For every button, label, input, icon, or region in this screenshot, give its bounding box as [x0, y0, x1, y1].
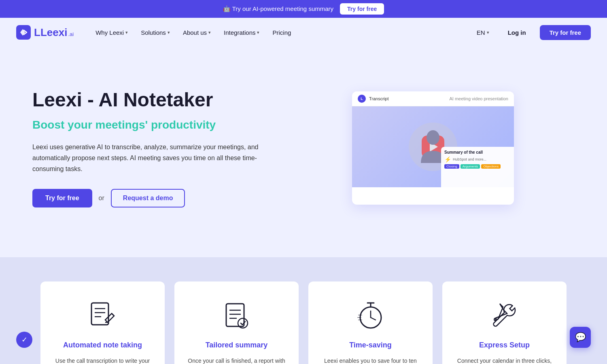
video-logo-icon: L — [358, 95, 366, 103]
hero-section: Leexi - AI Notetaker Boost your meetings… — [0, 47, 607, 257]
top-banner: 🤖 Try our AI-powered meeting summary Try… — [0, 0, 607, 18]
cta-or-text: or — [99, 195, 104, 202]
feature-icon-time — [352, 298, 389, 334]
video-title-text: AI meeting video presentation — [449, 96, 508, 101]
tag-closing: Closing — [444, 164, 459, 169]
banner-text: 🤖 Try our AI-powered meeting summary — [223, 5, 333, 13]
svg-rect-7 — [226, 304, 244, 326]
overlay-tag-list: Closing Arguments Objections — [444, 164, 511, 169]
banner-try-button[interactable]: Try for free — [340, 3, 384, 15]
feature-desc-time: Leexi enables you to save four to ten ho… — [320, 356, 421, 364]
feature-title-note: Automated note taking — [63, 341, 142, 350]
feature-desc-note: Use the call transcription to write your… — [52, 356, 153, 364]
note-icon — [87, 300, 119, 332]
tag-arguments: Arguments — [461, 164, 480, 169]
feature-card-time: Time-saving Leexi enables you to save fo… — [308, 281, 433, 364]
clock-icon — [354, 300, 387, 332]
video-label: Transcript — [369, 96, 389, 101]
svg-point-1 — [427, 130, 439, 145]
try-free-button[interactable]: Try for free — [540, 25, 591, 40]
chevron-down-icon: ▾ — [487, 30, 489, 35]
feature-desc-summary: Once your call is finished, a report wit… — [186, 356, 287, 364]
chevron-down-icon: ▾ — [208, 30, 211, 35]
feature-card-automated-note: Automated note taking Use the call trans… — [40, 281, 165, 364]
logo-link[interactable]: LLeexi.ai — [16, 25, 74, 40]
feature-icon-setup — [486, 298, 523, 334]
feature-card-summary: Tailored summary Once your call is finis… — [174, 281, 299, 364]
feature-card-setup: Express Setup Connect your calendar in t… — [442, 281, 567, 364]
video-container: L Transcript AI meeting video presentati… — [352, 91, 514, 205]
tag-objections: Objections — [481, 164, 501, 169]
nav-solutions[interactable]: Solutions ▾ — [135, 26, 176, 39]
feature-icon-summary — [219, 298, 255, 334]
feature-title-setup: Express Setup — [479, 341, 530, 350]
hero-content: Leexi - AI Notetaker Boost your meetings… — [32, 89, 267, 207]
summary-icon — [221, 300, 253, 332]
banner-emoji: 🤖 — [223, 5, 231, 12]
feature-icon-note — [85, 298, 121, 334]
nav-right: EN ▾ Log in Try for free — [472, 25, 591, 40]
svg-rect-2 — [91, 303, 108, 325]
logo-wordmark: LLeexi.ai — [34, 26, 74, 39]
video-overlay-summary: Summary of the call ⚡ HubSpot and more..… — [441, 147, 514, 187]
logo-icon — [16, 25, 31, 40]
chat-button[interactable]: 💬 — [570, 327, 591, 348]
navbar: LLeexi.ai Why Leexi ▾ Solutions ▾ About … — [0, 18, 607, 47]
hero-title: Leexi - AI Notetaker — [32, 89, 267, 111]
nav-integrations[interactable]: Integrations ▾ — [218, 26, 265, 39]
tools-icon — [488, 300, 521, 332]
feature-title-time: Time-saving — [349, 341, 392, 350]
feature-desc-setup: Connect your calendar in three clicks, a… — [454, 356, 555, 364]
hero-video-area: L Transcript AI meeting video presentati… — [291, 91, 575, 205]
chevron-down-icon: ▾ — [168, 30, 170, 35]
language-selector[interactable]: EN ▾ — [472, 27, 494, 38]
chevron-down-icon: ▾ — [125, 30, 128, 35]
hero-cta: Try for free or Request a demo — [32, 189, 267, 207]
nav-about-us[interactable]: About us ▾ — [177, 26, 216, 39]
check-badge-button[interactable]: ✓ — [16, 332, 32, 348]
video-top-bar: L Transcript AI meeting video presentati… — [352, 91, 514, 106]
nav-pricing[interactable]: Pricing — [267, 26, 297, 39]
svg-line-14 — [371, 317, 376, 320]
chat-icon: 💬 — [575, 332, 586, 343]
feature-title-summary: Tailored summary — [206, 341, 268, 350]
check-icon: ✓ — [21, 335, 28, 344]
overlay-tool-row: ⚡ HubSpot and more... — [444, 156, 511, 163]
overlay-tool-text: HubSpot and more... — [453, 157, 486, 161]
nav-why-leexi[interactable]: Why Leexi ▾ — [90, 26, 134, 39]
video-thumbnail[interactable]: Summary of the call ⚡ HubSpot and more..… — [352, 106, 514, 187]
login-button[interactable]: Log in — [499, 26, 535, 39]
hero-subtitle: Boost your meetings' productivity — [32, 118, 267, 132]
features-grid: Automated note taking Use the call trans… — [40, 281, 567, 364]
chevron-down-icon: ▾ — [257, 30, 259, 35]
hero-description: Leexi uses generative AI to transcribe, … — [32, 142, 267, 175]
banner-message: Try our AI-powered meeting summary — [232, 5, 333, 12]
features-section: Automated note taking Use the call trans… — [0, 257, 607, 364]
overlay-tools: ⚡ HubSpot and more... — [444, 156, 511, 163]
hero-request-demo-button[interactable]: Request a demo — [111, 189, 185, 207]
hero-try-free-button[interactable]: Try for free — [32, 189, 92, 207]
nav-links: Why Leexi ▾ Solutions ▾ About us ▾ Integ… — [90, 26, 472, 39]
overlay-tags: Closing Arguments Objections — [444, 164, 511, 169]
